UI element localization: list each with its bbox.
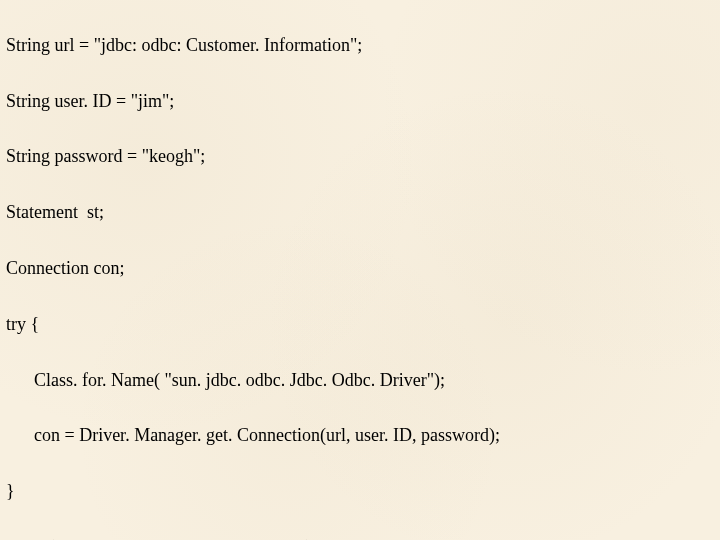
code-line: try { [6, 311, 714, 339]
code-line: catch (Class. Not. Found. Exception erro… [6, 534, 714, 540]
code-block: String url = "jdbc: odbc: Customer. Info… [6, 4, 714, 540]
code-line: String password = "keogh"; [6, 143, 714, 171]
code-line: String url = "jdbc: odbc: Customer. Info… [6, 32, 714, 60]
code-line: Class. for. Name( "sun. jdbc. odbc. Jdbc… [6, 367, 714, 395]
code-line: String user. ID = "jim"; [6, 88, 714, 116]
code-line: Connection con; [6, 255, 714, 283]
code-line: } [6, 478, 714, 506]
code-line: con = Driver. Manager. get. Connection(u… [6, 422, 714, 450]
code-line: Statement st; [6, 199, 714, 227]
